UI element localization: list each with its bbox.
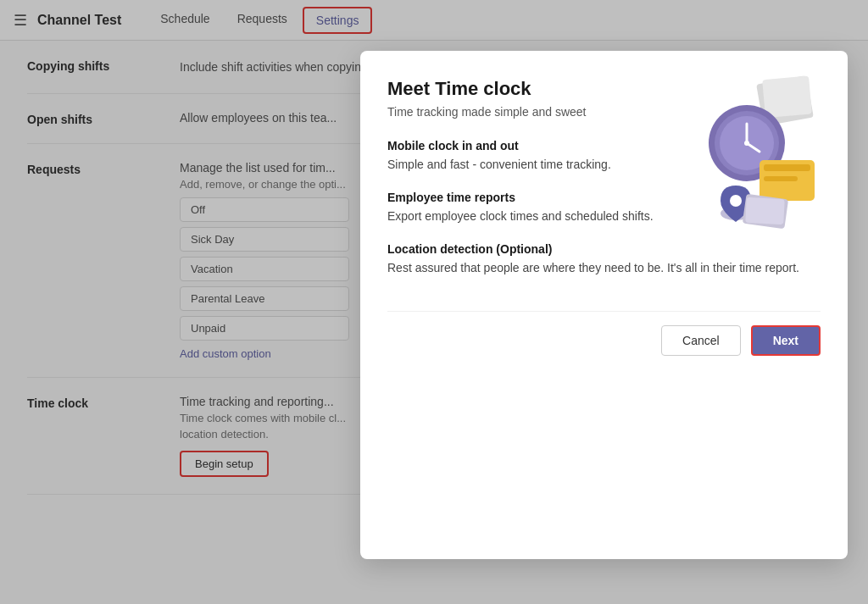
feature-location-desc: Rest assured that people are where they … (387, 259, 821, 277)
svg-rect-14 (745, 197, 785, 224)
svg-rect-9 (764, 164, 810, 171)
svg-rect-10 (764, 176, 798, 181)
next-button[interactable]: Next (751, 325, 821, 356)
time-clock-modal: Meet Time clock Time tracking made simpl… (360, 51, 848, 559)
illustration-svg (675, 71, 827, 236)
feature-location: Location detection (Optional) Rest assur… (387, 242, 821, 277)
svg-point-7 (744, 141, 749, 146)
modal-illustration (675, 71, 827, 236)
svg-point-12 (730, 195, 742, 207)
feature-location-title: Location detection (Optional) (387, 242, 821, 256)
cancel-button[interactable]: Cancel (661, 325, 741, 356)
modal-footer: Cancel Next (387, 311, 821, 356)
svg-rect-1 (762, 75, 812, 118)
